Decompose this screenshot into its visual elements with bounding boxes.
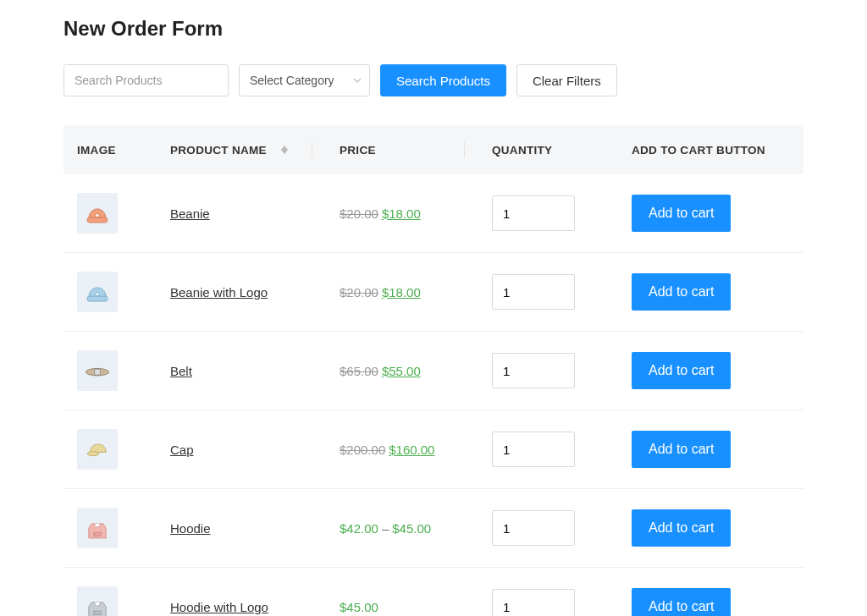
add-to-cart-button[interactable]: Add to cart xyxy=(632,588,731,616)
product-price: $20.00$18.00 xyxy=(326,174,478,253)
svg-rect-8 xyxy=(94,611,102,614)
product-price: $200.00$160.00 xyxy=(326,410,478,489)
add-to-cart-button[interactable]: Add to cart xyxy=(632,195,731,232)
product-thumbnail[interactable] xyxy=(77,193,118,234)
svg-point-6 xyxy=(87,452,99,456)
search-input[interactable] xyxy=(64,64,229,96)
add-to-cart-button[interactable]: Add to cart xyxy=(632,273,731,311)
add-to-cart-button[interactable]: Add to cart xyxy=(632,431,731,468)
table-row: Hoodie$42.00–$45.00Add to cart xyxy=(64,489,803,568)
product-price: $65.00$55.00 xyxy=(326,332,478,410)
quantity-input[interactable] xyxy=(492,589,575,616)
product-thumbnail[interactable] xyxy=(77,586,118,616)
category-select[interactable]: Select Category xyxy=(239,64,370,96)
svg-rect-5 xyxy=(95,369,101,375)
price-old: $20.00 xyxy=(340,206,378,221)
svg-rect-7 xyxy=(94,532,102,536)
price-old: $65.00 xyxy=(340,364,378,378)
price-new: $160.00 xyxy=(389,443,434,457)
search-products-button[interactable]: Search Products xyxy=(380,64,506,96)
price-dash: – xyxy=(382,521,389,536)
table-row: Hoodie with Logo$45.00Add to cart xyxy=(64,568,803,617)
quantity-input[interactable] xyxy=(492,195,575,231)
quantity-input[interactable] xyxy=(492,353,575,388)
product-price: $42.00–$45.00 xyxy=(326,489,478,568)
product-price: $20.00$18.00 xyxy=(326,253,478,332)
page-title: New Order Form xyxy=(64,17,803,41)
col-cart-header: ADD TO CART BUTTON xyxy=(632,144,765,157)
clear-filters-button[interactable]: Clear Filters xyxy=(516,64,617,96)
price-new: $55.00 xyxy=(382,364,421,378)
quantity-input[interactable] xyxy=(492,274,575,310)
product-name-link[interactable]: Hoodie with Logo xyxy=(170,600,268,614)
add-to-cart-button[interactable]: Add to cart xyxy=(632,352,731,389)
table-row: Belt$65.00$55.00Add to cart xyxy=(64,332,803,410)
product-thumbnail[interactable] xyxy=(77,272,118,312)
col-image-header: IMAGE xyxy=(77,144,116,157)
order-table: IMAGE PRODUCT NAME PRICE QUANTITY ADD TO… xyxy=(64,125,803,616)
table-row: Beanie$20.00$18.00Add to cart xyxy=(64,174,803,253)
product-name-link[interactable]: Belt xyxy=(170,364,192,378)
col-qty-header: QUANTITY xyxy=(492,144,552,157)
price-low: $42.00 xyxy=(340,521,378,536)
price-old: $200.00 xyxy=(340,443,385,457)
price-new: $18.00 xyxy=(382,285,421,300)
svg-point-3 xyxy=(96,292,99,295)
col-name-header[interactable]: PRODUCT NAME xyxy=(170,144,267,157)
col-price-header: PRICE xyxy=(340,144,376,157)
quantity-input[interactable] xyxy=(492,432,575,467)
sort-icon[interactable] xyxy=(281,146,288,154)
product-thumbnail[interactable] xyxy=(77,429,118,470)
product-thumbnail[interactable] xyxy=(77,350,118,391)
product-thumbnail[interactable] xyxy=(77,508,118,548)
filter-bar: Select Category Search Products Clear Fi… xyxy=(64,64,803,96)
product-name-link[interactable]: Beanie with Logo xyxy=(170,285,268,300)
table-row: Beanie with Logo$20.00$18.00Add to cart xyxy=(64,253,803,332)
product-name-link[interactable]: Beanie xyxy=(170,206,210,221)
table-row: Cap$200.00$160.00Add to cart xyxy=(64,410,803,489)
quantity-input[interactable] xyxy=(492,510,575,546)
svg-rect-2 xyxy=(87,296,108,301)
svg-rect-0 xyxy=(87,217,108,223)
product-name-link[interactable]: Hoodie xyxy=(170,521,211,536)
product-price: $45.00 xyxy=(326,568,478,617)
svg-point-1 xyxy=(96,213,99,217)
product-name-link[interactable]: Cap xyxy=(170,443,194,457)
price-high: $45.00 xyxy=(392,521,431,536)
price-value: $45.00 xyxy=(340,600,378,614)
price-old: $20.00 xyxy=(340,285,378,300)
price-new: $18.00 xyxy=(382,206,421,221)
add-to-cart-button[interactable]: Add to cart xyxy=(632,509,731,547)
